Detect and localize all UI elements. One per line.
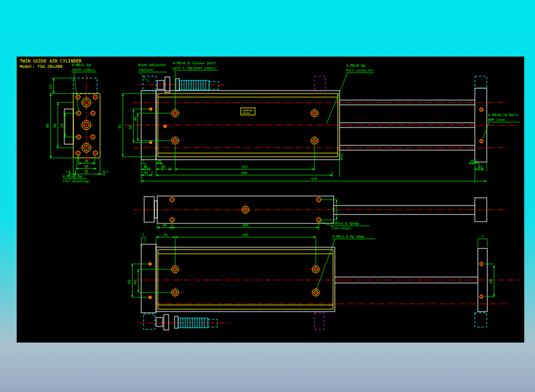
port-note-line1: 4-M5x0.8 Conner port (173, 61, 216, 66)
dim-46: 46 (133, 116, 137, 121)
plan-leader: 4-M5x0.8 Tp8dp (for stop) (319, 221, 369, 231)
dim-24: 24 (60, 123, 64, 128)
tap-note-line2: (for stop) (331, 226, 351, 231)
dim-91: 91 (117, 124, 122, 129)
dim-rod-dia: ø12 (339, 153, 343, 160)
dim-10-right: 10 (470, 159, 474, 163)
dim-7-5-right: 7.5 (102, 170, 108, 173)
front-view: 23 90 40 24 20 24 55 7.5 7.5 4-M8x1 Dp (… (45, 63, 108, 183)
dim-60: 60 (127, 279, 131, 284)
dim-438: 438 (311, 177, 317, 181)
option-block-top-right (475, 76, 487, 88)
bolt-note-line1: 4-M4x0.7p Bolt (488, 113, 518, 117)
tap-note-line1: 4-M5x0.8 Tp8dp (331, 222, 359, 226)
dim-28: 28 (332, 208, 335, 212)
mount-note-line1: 4-M5x0.8p (63, 174, 82, 179)
brand-text: AIRTAC (243, 109, 253, 112)
knob-note-line2: (option) (138, 68, 154, 72)
sensor-block-top (315, 76, 325, 91)
plan-view: 20 206 28 4-M5x0.8 Tp8dp (for stop) (133, 196, 509, 231)
front-option-outline (73, 78, 97, 94)
dim-206: 206 (242, 223, 248, 227)
dim-24b: 24 (85, 164, 89, 168)
desktop-background: TWIN GUIDE AIR CYLINDER Model: TSU 20x20… (0, 0, 535, 392)
dim-7-bottom: 7 (142, 233, 144, 237)
brand-label: AIRTAC (241, 108, 255, 115)
bottom-centerlines (133, 280, 520, 323)
drawing-model: Model: TSU 20x200 (20, 64, 63, 69)
bottom-screws (148, 262, 484, 300)
bottom-left-plate (141, 244, 156, 313)
dim-18: 18 (144, 171, 148, 175)
dim-14-right: 14 (478, 165, 482, 169)
dim-20: 20 (85, 159, 89, 163)
knob-note-line1: Knob adjuster (138, 63, 166, 67)
side-screws (148, 107, 484, 146)
thread-note-line2: (both sides) (71, 68, 95, 71)
front-dimensions: 23 90 40 24 20 24 55 7.5 7.5 (45, 78, 108, 176)
bottom-body (156, 247, 335, 312)
side-bottom-dims: 7 10 10 14 25 155 18 246 438 7 14 (141, 146, 487, 183)
dim-14: 14 (144, 165, 148, 169)
leader-knob: Knob adjuster (option) (138, 63, 167, 82)
port-note-line2: with 5.5dp(both sides) (173, 66, 216, 70)
dim-246: 246 (241, 171, 247, 175)
mount-note-line2: (for mounting) (63, 179, 90, 183)
dim-25: 25 (162, 165, 166, 169)
bolt-note-line2: BMP (std) (488, 118, 506, 122)
leader-bolt: 4-M4x0.7p Bolt BMP (std) (483, 113, 520, 139)
dim-198: 198 (242, 233, 248, 237)
dim-55: 55 (85, 170, 89, 173)
side-vertical-dims: 91 56 46 ø12 (117, 94, 343, 160)
knob-assembly-bottom (144, 314, 217, 330)
port2-note-line2: Port connector (346, 69, 374, 72)
bottom-slide-table (158, 250, 333, 309)
dim-25-bottom: 25 (164, 233, 168, 237)
dim-7-right: 7 (475, 159, 477, 163)
dim-155: 155 (242, 165, 248, 169)
bottom-view: 7 25 198 4-M6x1.0 Dp 10dp (127, 233, 520, 330)
dim-46-right: 46 (489, 279, 493, 284)
dim-20-plan: 20 (163, 223, 167, 227)
cad-drawing: TWIN GUIDE AIR CYLINDER Model: TSU 20x20… (17, 57, 524, 343)
dim-56: 56 (128, 125, 132, 129)
plan-dims: 20 206 28 (157, 200, 337, 230)
dim-40: 40 (52, 123, 57, 128)
dim-90: 90 (45, 123, 49, 128)
dim-23: 23 (48, 85, 52, 89)
bottom-side-dims: 60 46 46 7 (127, 235, 494, 297)
sensor-block-bottom (315, 313, 324, 329)
thread-note-line1: 4-M8x1 Dp (71, 63, 91, 67)
dim-10: 10 (157, 159, 161, 163)
front-side-plate (64, 109, 73, 144)
bottom-tap-note: 4-M6x1.0 Dp 10dp (332, 235, 364, 239)
side-centerlines (125, 85, 520, 148)
cad-drawing-canvas: TWIN GUIDE AIR CYLINDER Model: TSU 20x20… (17, 57, 524, 343)
dim-7: 7 (142, 159, 144, 163)
option-block-bottom-right (475, 313, 487, 327)
port2-note-line1: 2-M5x0.8p (346, 63, 366, 68)
dim-7-bottom-right: 7 (481, 235, 483, 238)
side-view: AIRTAC Knob adjuster (option) 4-M5x0.8 C… (117, 61, 520, 183)
dim-7-5-left: 7.5 (65, 170, 70, 173)
dim-46-left: 46 (133, 280, 137, 285)
